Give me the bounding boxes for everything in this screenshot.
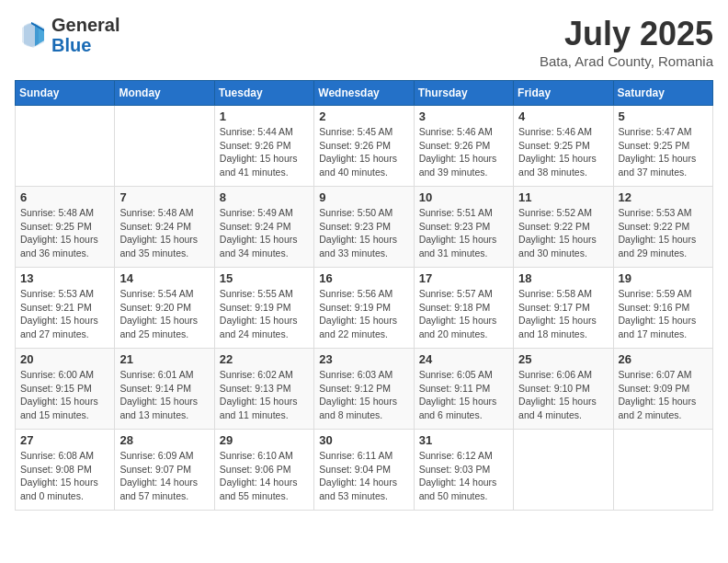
day-info: Sunrise: 6:05 AM Sunset: 9:11 PM Dayligh… xyxy=(419,368,508,422)
day-number: 9 xyxy=(319,190,408,204)
day-info: Sunrise: 5:51 AM Sunset: 9:23 PM Dayligh… xyxy=(419,206,508,260)
day-info: Sunrise: 5:44 AM Sunset: 9:26 PM Dayligh… xyxy=(220,125,309,179)
calendar-cell: 23Sunrise: 6:03 AM Sunset: 9:12 PM Dayli… xyxy=(314,349,414,430)
day-info: Sunrise: 5:45 AM Sunset: 9:26 PM Dayligh… xyxy=(319,125,408,179)
day-info: Sunrise: 5:48 AM Sunset: 9:24 PM Dayligh… xyxy=(119,206,209,260)
day-info: Sunrise: 6:02 AM Sunset: 9:13 PM Dayligh… xyxy=(220,368,309,422)
day-number: 27 xyxy=(20,433,109,447)
weekday-header-tuesday: Tuesday xyxy=(214,81,313,106)
calendar-cell: 28Sunrise: 6:09 AM Sunset: 9:07 PM Dayli… xyxy=(115,430,214,511)
day-number: 22 xyxy=(220,352,309,366)
calendar-cell: 25Sunrise: 6:06 AM Sunset: 9:10 PM Dayli… xyxy=(514,349,613,430)
calendar-cell: 29Sunrise: 6:10 AM Sunset: 9:06 PM Dayli… xyxy=(214,430,313,511)
day-number: 21 xyxy=(119,352,209,366)
day-number: 25 xyxy=(518,352,608,366)
day-number: 18 xyxy=(518,271,608,285)
day-number: 14 xyxy=(119,271,209,285)
calendar-cell: 2Sunrise: 5:45 AM Sunset: 9:26 PM Daylig… xyxy=(314,106,414,187)
calendar-week-row: 20Sunrise: 6:00 AM Sunset: 9:15 PM Dayli… xyxy=(16,349,713,430)
day-info: Sunrise: 6:11 AM Sunset: 9:04 PM Dayligh… xyxy=(319,449,408,503)
logo-blue: Blue xyxy=(51,35,91,55)
calendar-cell: 7Sunrise: 5:48 AM Sunset: 9:24 PM Daylig… xyxy=(115,187,214,268)
day-info: Sunrise: 5:59 AM Sunset: 9:16 PM Dayligh… xyxy=(619,287,708,341)
logo-general: General xyxy=(51,15,119,35)
calendar-table: SundayMondayTuesdayWednesdayThursdayFrid… xyxy=(15,80,713,511)
calendar-cell: 30Sunrise: 6:11 AM Sunset: 9:04 PM Dayli… xyxy=(314,430,414,511)
day-number: 11 xyxy=(518,190,608,204)
day-info: Sunrise: 5:47 AM Sunset: 9:25 PM Dayligh… xyxy=(619,125,708,179)
day-info: Sunrise: 5:54 AM Sunset: 9:20 PM Dayligh… xyxy=(119,287,209,341)
calendar-cell: 21Sunrise: 6:01 AM Sunset: 9:14 PM Dayli… xyxy=(115,349,214,430)
day-info: Sunrise: 6:12 AM Sunset: 9:03 PM Dayligh… xyxy=(419,449,508,503)
day-info: Sunrise: 5:53 AM Sunset: 9:22 PM Dayligh… xyxy=(619,206,708,260)
page-header: General Blue July 2025 Bata, Arad County… xyxy=(15,15,713,69)
day-info: Sunrise: 5:53 AM Sunset: 9:21 PM Dayligh… xyxy=(20,287,109,341)
calendar-cell: 20Sunrise: 6:00 AM Sunset: 9:15 PM Dayli… xyxy=(16,349,115,430)
calendar-cell: 18Sunrise: 5:58 AM Sunset: 9:17 PM Dayli… xyxy=(514,268,613,349)
calendar-cell: 4Sunrise: 5:46 AM Sunset: 9:25 PM Daylig… xyxy=(514,106,613,187)
calendar-week-row: 13Sunrise: 5:53 AM Sunset: 9:21 PM Dayli… xyxy=(16,268,713,349)
day-number: 1 xyxy=(220,109,309,123)
day-number: 6 xyxy=(20,190,109,204)
calendar-cell: 1Sunrise: 5:44 AM Sunset: 9:26 PM Daylig… xyxy=(214,106,313,187)
calendar-cell: 13Sunrise: 5:53 AM Sunset: 9:21 PM Dayli… xyxy=(16,268,115,349)
calendar-cell: 19Sunrise: 5:59 AM Sunset: 9:16 PM Dayli… xyxy=(613,268,712,349)
logo-icon xyxy=(15,18,48,52)
day-number: 12 xyxy=(619,190,708,204)
calendar-cell: 17Sunrise: 5:57 AM Sunset: 9:18 PM Dayli… xyxy=(414,268,513,349)
day-number: 28 xyxy=(119,433,209,447)
weekday-header-row: SundayMondayTuesdayWednesdayThursdayFrid… xyxy=(16,81,713,106)
day-number: 16 xyxy=(319,271,408,285)
day-number: 29 xyxy=(220,433,309,447)
day-number: 5 xyxy=(619,109,708,123)
day-number: 26 xyxy=(619,352,708,366)
day-info: Sunrise: 6:08 AM Sunset: 9:08 PM Dayligh… xyxy=(20,449,109,503)
calendar-cell: 10Sunrise: 5:51 AM Sunset: 9:23 PM Dayli… xyxy=(414,187,513,268)
calendar-cell: 22Sunrise: 6:02 AM Sunset: 9:13 PM Dayli… xyxy=(214,349,313,430)
day-number: 19 xyxy=(619,271,708,285)
month-year: July 2025 xyxy=(540,15,713,53)
day-info: Sunrise: 6:07 AM Sunset: 9:09 PM Dayligh… xyxy=(619,368,708,422)
calendar-cell xyxy=(613,430,712,511)
title-block: July 2025 Bata, Arad County, Romania xyxy=(540,15,713,69)
weekday-header-monday: Monday xyxy=(115,81,214,106)
day-info: Sunrise: 5:52 AM Sunset: 9:22 PM Dayligh… xyxy=(518,206,608,260)
day-number: 7 xyxy=(119,190,209,204)
calendar-cell: 12Sunrise: 5:53 AM Sunset: 9:22 PM Dayli… xyxy=(613,187,712,268)
day-number: 2 xyxy=(319,109,408,123)
calendar-cell: 8Sunrise: 5:49 AM Sunset: 9:24 PM Daylig… xyxy=(214,187,313,268)
logo: General Blue xyxy=(15,15,119,55)
calendar-cell xyxy=(514,430,613,511)
day-number: 31 xyxy=(419,433,508,447)
day-info: Sunrise: 5:58 AM Sunset: 9:17 PM Dayligh… xyxy=(518,287,608,341)
weekday-header-wednesday: Wednesday xyxy=(314,81,414,106)
day-info: Sunrise: 5:48 AM Sunset: 9:25 PM Dayligh… xyxy=(20,206,109,260)
day-info: Sunrise: 5:55 AM Sunset: 9:19 PM Dayligh… xyxy=(220,287,309,341)
calendar-cell: 14Sunrise: 5:54 AM Sunset: 9:20 PM Dayli… xyxy=(115,268,214,349)
day-number: 3 xyxy=(419,109,508,123)
calendar-week-row: 6Sunrise: 5:48 AM Sunset: 9:25 PM Daylig… xyxy=(16,187,713,268)
calendar-cell: 31Sunrise: 6:12 AM Sunset: 9:03 PM Dayli… xyxy=(414,430,513,511)
calendar-cell: 3Sunrise: 5:46 AM Sunset: 9:26 PM Daylig… xyxy=(414,106,513,187)
calendar-cell: 27Sunrise: 6:08 AM Sunset: 9:08 PM Dayli… xyxy=(16,430,115,511)
day-number: 15 xyxy=(220,271,309,285)
weekday-header-thursday: Thursday xyxy=(414,81,513,106)
day-info: Sunrise: 6:01 AM Sunset: 9:14 PM Dayligh… xyxy=(119,368,209,422)
calendar-cell: 6Sunrise: 5:48 AM Sunset: 9:25 PM Daylig… xyxy=(16,187,115,268)
calendar-week-row: 27Sunrise: 6:08 AM Sunset: 9:08 PM Dayli… xyxy=(16,430,713,511)
calendar-cell xyxy=(115,106,214,187)
day-info: Sunrise: 6:03 AM Sunset: 9:12 PM Dayligh… xyxy=(319,368,408,422)
calendar-cell: 5Sunrise: 5:47 AM Sunset: 9:25 PM Daylig… xyxy=(613,106,712,187)
calendar-cell: 11Sunrise: 5:52 AM Sunset: 9:22 PM Dayli… xyxy=(514,187,613,268)
day-info: Sunrise: 6:10 AM Sunset: 9:06 PM Dayligh… xyxy=(220,449,309,503)
day-number: 13 xyxy=(20,271,109,285)
calendar-cell: 26Sunrise: 6:07 AM Sunset: 9:09 PM Dayli… xyxy=(613,349,712,430)
day-info: Sunrise: 5:57 AM Sunset: 9:18 PM Dayligh… xyxy=(419,287,508,341)
logo-text: General Blue xyxy=(51,15,119,55)
day-info: Sunrise: 5:56 AM Sunset: 9:19 PM Dayligh… xyxy=(319,287,408,341)
calendar-cell: 16Sunrise: 5:56 AM Sunset: 9:19 PM Dayli… xyxy=(314,268,414,349)
calendar-week-row: 1Sunrise: 5:44 AM Sunset: 9:26 PM Daylig… xyxy=(16,106,713,187)
day-number: 30 xyxy=(319,433,408,447)
day-info: Sunrise: 6:09 AM Sunset: 9:07 PM Dayligh… xyxy=(119,449,209,503)
day-number: 17 xyxy=(419,271,508,285)
